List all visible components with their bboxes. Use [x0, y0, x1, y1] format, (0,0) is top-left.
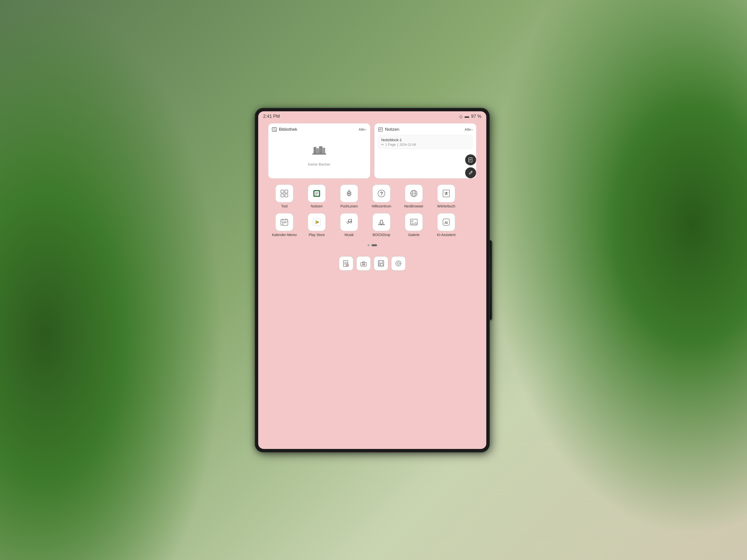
notes-alle-link[interactable]: Alle ›	[465, 127, 472, 131]
app-notizen[interactable]: Notizen	[301, 184, 333, 208]
galerie-label: Galerie	[408, 233, 419, 237]
note-page-info: 1 Page	[385, 143, 396, 146]
app-pushlesen[interactable]: PushLesen	[333, 184, 365, 208]
svg-point-79	[397, 262, 400, 264]
status-bar: 2:41 PM ◇ ▬ 97 %	[258, 111, 486, 121]
dot-2[interactable]	[371, 244, 377, 246]
dock-settings[interactable]	[391, 256, 406, 271]
app-musik[interactable]: Musik	[333, 213, 365, 237]
svg-rect-24	[281, 194, 284, 197]
svg-rect-7	[319, 146, 322, 154]
svg-rect-78	[380, 264, 381, 265]
dock-shop-icon	[360, 260, 367, 267]
plant-left	[0, 0, 224, 560]
svg-point-63	[412, 220, 413, 222]
dock-save[interactable]	[374, 256, 388, 271]
tool-svg	[280, 189, 289, 198]
svg-point-48	[284, 222, 285, 223]
woerterbuch-icon: A	[437, 184, 455, 202]
ki-assistent-label: KI-Assistent	[437, 233, 456, 237]
booxdrop-label: BOOXDrop	[373, 233, 390, 237]
note-separator: |	[397, 143, 398, 146]
pushlesen-svg	[344, 189, 354, 198]
page-dots	[268, 243, 476, 248]
battery-percent: 97 %	[471, 114, 481, 119]
booxdrop-svg	[377, 218, 386, 227]
svg-rect-8	[323, 148, 325, 154]
notizen-svg	[312, 189, 321, 198]
app-kalender[interactable]: Kalender-Memo	[268, 213, 301, 237]
new-note-icon	[468, 157, 473, 162]
draw-icon	[468, 170, 473, 176]
notes-title: Notizen	[385, 127, 400, 132]
notes-widget: Notizen Alle › Notizblock-1 ✏ 1 Page	[374, 123, 476, 179]
neobrowser-label: NeoBrowser	[404, 204, 423, 208]
library-alle-link[interactable]: Alle ›	[359, 127, 366, 131]
svg-point-81	[396, 261, 401, 266]
library-icon	[272, 127, 277, 132]
dock-shop[interactable]	[356, 256, 371, 271]
dock-notes[interactable]	[339, 256, 353, 271]
svg-rect-22	[281, 190, 284, 193]
playstore-icon	[308, 213, 326, 231]
notes-widget-header: Notizen Alle ›	[378, 127, 472, 132]
neobrowser-svg	[409, 189, 418, 198]
tool-label: Tool	[281, 204, 288, 208]
status-right: ◇ ▬ 97 %	[459, 114, 481, 119]
svg-text:A: A	[444, 192, 448, 196]
kalender-svg	[280, 218, 289, 227]
bottom-dock	[268, 254, 476, 275]
note-actions	[465, 154, 476, 178]
svg-point-80	[396, 261, 401, 266]
dot-1[interactable]	[367, 244, 369, 246]
app-hilfezentrum[interactable]: ? Hilfezentrum	[365, 184, 398, 208]
new-note-button[interactable]	[465, 154, 476, 166]
app-neobrowser[interactable]: NeoBrowser	[398, 184, 430, 208]
pushlesen-label: PushLesen	[340, 204, 358, 208]
svg-point-50	[282, 224, 283, 225]
ki-assistent-icon: Ai	[437, 213, 455, 231]
signal-icon: ◇	[459, 114, 463, 119]
widget-row: Bibliothek Alle ›	[268, 123, 476, 179]
app-playstore[interactable]: Play Store	[301, 213, 333, 237]
app-row-1: Tool	[268, 184, 476, 208]
neobrowser-icon	[405, 184, 423, 202]
svg-text:?: ?	[380, 191, 383, 196]
bookshelf-svg	[312, 144, 327, 157]
note-date: 2024-12-06	[400, 143, 416, 146]
note-item[interactable]: Notizblock-1 ✏ 1 Page | 2024-12-06	[378, 135, 472, 149]
playstore-svg	[312, 218, 321, 227]
app-ki-assistent[interactable]: Ai KI-Assistent	[430, 213, 462, 237]
galerie-icon	[405, 213, 423, 231]
svg-point-31	[349, 193, 350, 194]
kalender-icon	[275, 213, 293, 231]
draw-note-button[interactable]	[465, 167, 476, 178]
library-content: Keine Bücher	[272, 135, 366, 175]
svg-text:Ai: Ai	[444, 221, 448, 225]
books-icon	[312, 144, 327, 160]
booxdrop-icon	[372, 213, 390, 231]
screen: 2:41 PM ◇ ▬ 97 %	[258, 111, 486, 449]
time: 2:41 PM	[263, 114, 280, 119]
note-meta: ✏ 1 Page | 2024-12-06	[381, 143, 469, 146]
app-galerie[interactable]: Galerie	[398, 213, 430, 237]
library-widget-header: Bibliothek Alle ›	[272, 127, 366, 132]
svg-rect-23	[285, 190, 288, 193]
ki-svg: Ai	[442, 218, 451, 227]
woerterbuch-svg: A	[442, 189, 451, 198]
dock-settings-icon	[395, 260, 402, 267]
app-woerterbuch[interactable]: A Wörterbuch	[430, 184, 462, 208]
tool-icon	[275, 184, 293, 202]
pencil-icon: ✏	[381, 143, 384, 146]
notizen-icon	[308, 184, 326, 202]
app-tool[interactable]: Tool	[268, 184, 301, 208]
plant-right	[473, 0, 747, 560]
svg-rect-25	[285, 194, 288, 197]
app-booxdrop[interactable]: BOOXDrop	[365, 213, 398, 237]
library-widget: Bibliothek Alle ›	[268, 123, 370, 179]
woerterbuch-label: Wörterbuch	[437, 204, 455, 208]
device-wrapper: 2:41 PM ◇ ▬ 97 %	[255, 108, 492, 452]
hilfezentrum-label: Hilfezentrum	[372, 204, 391, 208]
kalender-label: Kalender-Memo	[272, 233, 297, 237]
svg-rect-27	[314, 191, 319, 196]
